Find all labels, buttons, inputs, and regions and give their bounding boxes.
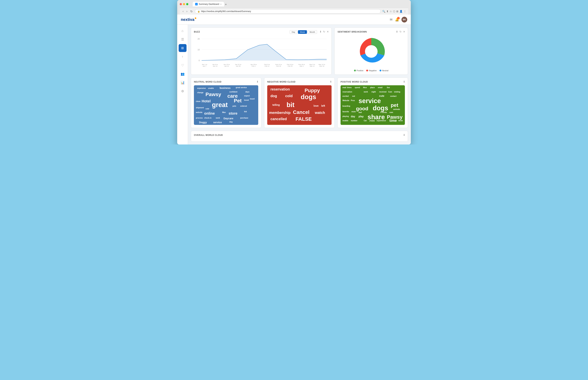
new-tab-button[interactable]: + — [225, 3, 227, 6]
app-wrapper: nextiva ✉ 🔔 0 BK ⌂ ☰ ⊞ ↑ ♡ 👥 — [177, 15, 411, 145]
browser-actions: 🔍 ⬆ ☆ ⬡ ⊞ 👤 ⋮ — [382, 10, 406, 13]
word-clean: clean — [196, 100, 201, 102]
word-travel: travel — [250, 98, 255, 100]
menu-icon[interactable]: ⋮ — [404, 10, 406, 13]
word-bad: bad — [359, 111, 362, 113]
word-watch: watch — [315, 111, 325, 115]
svg-text:Jan 1 to: Jan 1 to — [202, 64, 208, 65]
refresh-icon[interactable]: ↻ — [399, 30, 402, 33]
download-icon[interactable]: ⬇ — [403, 133, 405, 136]
svg-text:Feb 4: Feb 4 — [252, 65, 256, 67]
word-purchase: purchase — [240, 117, 248, 119]
word-checkin: check-in — [204, 117, 211, 119]
app-header: nextiva ✉ 🔔 0 BK — [177, 15, 411, 25]
word-play: play — [359, 115, 363, 118]
positive-word-cloud-widget: POSITIVE WORD CLOUD ⬇ mad times spend Ni… — [337, 77, 408, 128]
negative-wc-title: NEGATIVE WORD CLOUD — [267, 81, 331, 83]
buzz-chart-svg: 20 10 0 Jan 1 to Jan 7 Jan 8 to J — [194, 35, 329, 71]
word-place: place — [370, 87, 375, 89]
sidebar-item-publish[interactable]: ↑ — [179, 53, 187, 61]
sidebar-item-engage[interactable]: ♡ — [179, 61, 187, 69]
grid-icon[interactable]: ⊞ — [396, 10, 398, 13]
close-button[interactable] — [180, 3, 182, 5]
positive-dot — [354, 70, 356, 71]
address-bar[interactable]: 🔒 https://nextiva.simplify360.com/dashbo… — [195, 9, 381, 14]
word-animals: animals — [393, 108, 400, 110]
avatar[interactable]: BK — [401, 17, 407, 22]
refresh-icon[interactable]: ↻ — [323, 30, 325, 33]
word-left: left — [321, 104, 325, 107]
extension-icon[interactable]: ⬡ — [393, 10, 395, 13]
word-change: change — [197, 92, 203, 94]
sidebar-item-dashboard[interactable]: ⊞ — [179, 44, 187, 52]
svg-text:Mar 16: Mar 16 — [320, 65, 324, 67]
download-icon[interactable]: ⬇ — [396, 30, 398, 33]
minimize-button[interactable] — [183, 3, 185, 5]
word-website: Website — [343, 99, 349, 101]
download-icon[interactable]: ⬇ — [330, 80, 332, 83]
refresh-button[interactable]: ↻ — [190, 9, 193, 14]
download-icon[interactable]: ⬇ — [320, 30, 322, 33]
buzz-week-button[interactable]: Week — [298, 30, 307, 34]
download-icon[interactable]: ⬇ — [257, 80, 259, 83]
maximize-button[interactable] — [186, 3, 188, 5]
buzz-day-button[interactable]: Day — [290, 30, 297, 34]
browser-tab[interactable]: x Summary Dashboard ✕ — [193, 2, 224, 6]
svg-text:Jan 29 to: Jan 29 to — [250, 64, 257, 65]
neutral-word-cloud-body: expensive unable business great service … — [194, 85, 258, 125]
svg-text:Jan 7: Jan 7 — [203, 65, 206, 67]
word-experience: experience — [377, 120, 386, 122]
neutral-dot — [380, 70, 381, 71]
svg-text:Feb 12 to: Feb 12 to — [275, 64, 282, 65]
word-nice: Nice — [363, 87, 367, 89]
forward-button[interactable]: › — [186, 9, 188, 13]
word-night: night — [371, 91, 376, 93]
sentiment-widget-actions: ⬇ ↻ ✕ — [396, 30, 405, 33]
sidebar-item-inbox[interactable]: ☰ — [179, 36, 187, 43]
word-day: day — [351, 115, 355, 118]
back-button[interactable]: ‹ — [182, 9, 184, 13]
word-red: red — [352, 95, 355, 97]
word-love: love — [313, 104, 319, 107]
word-telling: telling — [272, 103, 280, 106]
word-mad: mad — [343, 87, 346, 89]
svg-text:Feb 25: Feb 25 — [288, 65, 293, 67]
sidebar-item-reports[interactable]: 📊 — [179, 79, 187, 87]
buzz-month-button[interactable]: Month — [308, 30, 317, 34]
download-icon[interactable]: ⬇ — [403, 80, 405, 83]
word-great: great — [212, 101, 228, 109]
word-reservation2: reservation — [343, 91, 352, 93]
word-dog: dog — [229, 121, 233, 123]
app-body: ⌂ ☰ ⊞ ↑ ♡ 👥 📊 ⚙ BUZZ Day — [177, 25, 411, 145]
star-icon[interactable]: ☆ — [390, 10, 392, 13]
browser-toolbar: ‹ › ↻ 🔒 https://nextiva.simplify360.com/… — [180, 8, 408, 15]
mail-icon[interactable]: ✉ — [390, 18, 393, 22]
svg-text:Jan 8 to: Jan 8 to — [212, 64, 218, 65]
sidebar-item-home[interactable]: ⌂ — [179, 27, 187, 35]
header-actions: ✉ 🔔 0 BK — [390, 17, 407, 22]
word-service2: service — [359, 97, 381, 105]
word-good: good — [356, 106, 368, 112]
word-received: received — [379, 91, 387, 93]
sidebar-item-settings[interactable]: ⚙ — [179, 87, 187, 95]
word-great-service: great service — [236, 87, 247, 89]
close-icon[interactable]: ✕ — [327, 30, 329, 33]
neutral-wc-actions: ⬇ — [257, 80, 259, 83]
svg-text:Jan 21: Jan 21 — [224, 65, 229, 67]
neutral-wc-title: NEUTRAL WORD CLOUD — [194, 81, 258, 83]
word-felt: felt — [244, 111, 247, 113]
overall-world-cloud-widget: OVERALL WORLD CLOUD ⬇ — [191, 131, 408, 142]
tab-close-icon[interactable]: ✕ — [220, 3, 222, 5]
browser-window: x Summary Dashboard ✕ + ‹ › ↻ 🔒 https://… — [177, 0, 411, 145]
buzz-chart: 20 10 0 Jan 1 to Jan 7 Jan 8 to J — [194, 35, 329, 71]
sidebar-item-audience[interactable]: 👥 — [179, 70, 187, 78]
bookmark-icon[interactable]: ⬆ — [386, 10, 389, 13]
close-icon[interactable]: ✕ — [403, 30, 405, 33]
notification-icon[interactable]: 🔔 0 — [395, 18, 399, 22]
svg-text:Mar 11: Mar 11 — [310, 65, 315, 67]
word-cancelled: cancelled — [270, 117, 287, 121]
word-bit: bit — [286, 101, 294, 109]
profile-icon[interactable]: 👤 — [399, 10, 402, 13]
search-icon[interactable]: 🔍 — [382, 10, 385, 13]
browser-controls: x Summary Dashboard ✕ + — [180, 2, 408, 6]
